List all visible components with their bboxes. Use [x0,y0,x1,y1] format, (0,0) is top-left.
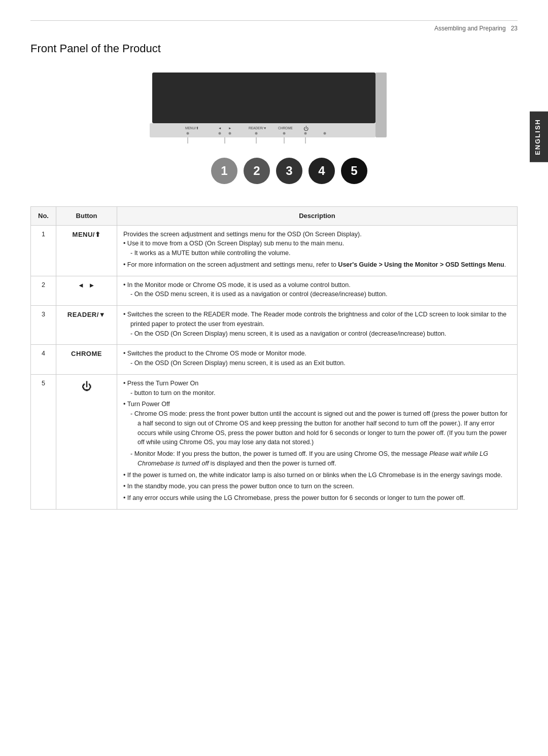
svg-point-14 [304,132,307,135]
circle-4: 4 [309,158,335,184]
list-item: If the power is turned on, the white ind… [123,471,511,480]
row-button-1: MENU/⬆ [56,225,117,276]
bold-ref: User's Guide > Using the Monitor > OSD S… [338,261,504,268]
col-header-button: Button [56,207,117,226]
power-icon: ⏻ [82,379,92,394]
desc-list: Switches the product to the Chrome OS mo… [123,349,511,368]
row-button-3: READER/▼ [56,306,117,345]
monitor-diagram-svg: MENU/⬆ ◄ ► READER/▼ CHROME ⏻ [137,67,411,154]
row-button-5: ⏻ [56,374,117,509]
svg-text:READER/▼: READER/▼ [249,126,266,130]
svg-rect-0 [152,73,375,123]
row-no-1: 1 [31,225,56,276]
table-row: 5 ⏻ Press the Turn Power On - button to … [31,374,518,509]
row-button-2: ◄ ► [56,276,117,306]
row-no-4: 4 [31,345,56,375]
button-label-chrome: CHROME [71,350,102,357]
page-title: Front Panel of the Product [30,42,518,55]
row-desc-1: Provides the screen adjustment and setti… [117,225,518,276]
sub-text: - Chrome OS mode: press the front power … [130,409,511,447]
main-content: Front Panel of the Product MENU/⬆ ◄ [0,32,548,530]
table-header-row: No. Button Description [31,207,518,226]
sub-text: - button to turn on the monitor. [130,388,511,398]
svg-rect-2 [150,123,375,137]
row-no-5: 5 [31,374,56,509]
svg-text:CHROME: CHROME [278,126,293,130]
svg-point-12 [283,132,286,135]
svg-point-15 [324,132,326,135]
col-header-no: No. [31,207,56,226]
svg-point-6 [219,132,221,135]
page-container: ENGLISH Assembling and Preparing 23 Fron… [0,20,548,756]
list-item: For more information on the screen adjus… [123,260,511,270]
svg-point-10 [255,132,258,135]
table-row: 3 READER/▼ Switches the screen to the RE… [31,306,518,345]
monitor-image-wrapper: MENU/⬆ ◄ ► READER/▼ CHROME ⏻ [137,67,411,154]
svg-rect-1 [375,73,387,137]
row-desc-2: In the Monitor mode or Chrome OS mode, i… [117,276,518,306]
svg-point-4 [187,132,189,135]
row-no-3: 3 [31,306,56,345]
header-right: Assembling and Preparing 23 [434,25,518,32]
button-label-arrows: ◄ ► [78,281,95,289]
list-item: Use it to move from a OSD (On Screen Dis… [123,239,511,258]
italic-msg: Please wait while LG Chromebase is turne… [138,450,488,467]
desc-list: Press the Turn Power On - button to turn… [123,379,511,503]
table-row: 4 CHROME Switches the product to the Chr… [31,345,518,375]
row-button-4: CHROME [56,345,117,375]
svg-text:◄: ◄ [218,126,221,130]
section-label: Assembling and Preparing [434,25,506,32]
col-header-description: Description [117,207,518,226]
list-item: Switches the screen to the READER mode. … [123,310,511,338]
table-row: 1 MENU/⬆ Provides the screen adjustment … [31,225,518,276]
list-item: In the Monitor mode or Chrome OS mode, i… [123,280,511,300]
list-item: Press the Turn Power On - button to turn… [123,379,511,398]
list-item: If any error occurs while using the LG C… [123,493,511,503]
sub-text: - It works as a MUTE button while contro… [130,248,511,258]
list-item: Switches the product to the Chrome OS mo… [123,349,511,368]
svg-point-8 [229,132,231,135]
row-no-2: 2 [31,276,56,306]
row-desc-5: Press the Turn Power On - button to turn… [117,374,518,509]
svg-text:MENU/⬆: MENU/⬆ [185,126,199,130]
sub-text-2: - Monitor Mode: If you press the button,… [130,449,511,469]
svg-text:⏻: ⏻ [303,126,309,131]
sub-text: - On the OSD menu screen, it is used as … [130,290,511,299]
svg-text:►: ► [228,126,231,130]
desc-text: Provides the screen adjustment and setti… [123,230,511,239]
circle-3: 3 [276,158,302,184]
desc-list: Use it to move from a OSD (On Screen Dis… [123,239,511,269]
desc-list: In the Monitor mode or Chrome OS mode, i… [123,280,511,300]
circle-1: 1 [211,158,237,184]
list-item: In the standby mode, you can press the p… [123,482,511,491]
sub-text: - On the OSD (On Screen Display) menu sc… [130,329,511,339]
sub-text: - On the OSD (On Screen Display) menu sc… [130,358,511,368]
product-diagram: MENU/⬆ ◄ ► READER/▼ CHROME ⏻ [30,67,518,194]
side-tab: ENGLISH [530,112,548,162]
table-row: 2 ◄ ► In the Monitor mode or Chrome OS m… [31,276,518,306]
row-desc-3: Switches the screen to the READER mode. … [117,306,518,345]
row-desc-4: Switches the product to the Chrome OS mo… [117,345,518,375]
list-item: Turn Power Off - Chrome OS mode: press t… [123,400,511,468]
page-number: 23 [511,25,518,32]
page-header: Assembling and Preparing 23 [30,20,518,32]
button-label-reader: READER/▼ [67,311,106,318]
button-label-menu: MENU/⬆ [73,231,101,238]
buttons-table: No. Button Description 1 MENU/⬆ Provides… [30,206,518,510]
number-circles-row: 1 2 3 4 5 [178,158,370,184]
desc-list: Switches the screen to the READER mode. … [123,310,511,338]
circle-5: 5 [341,158,367,184]
circle-2: 2 [244,158,270,184]
